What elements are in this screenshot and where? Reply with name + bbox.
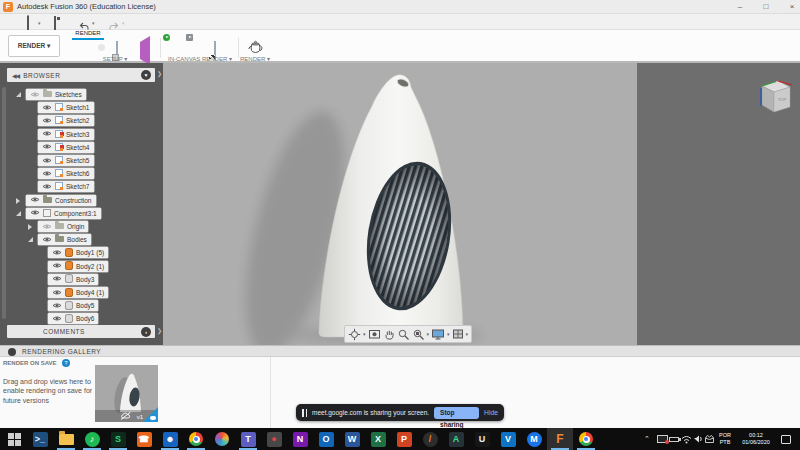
model-body[interactable] (319, 75, 463, 337)
redo-caret-icon[interactable]: ▾ (122, 20, 125, 26)
taskbar-app-android-studio[interactable]: A (443, 428, 469, 450)
comments-chevron-icon[interactable]: ❯ (157, 327, 162, 334)
render-on-save-help-icon[interactable]: ? (62, 359, 70, 367)
browser-node-sketch6[interactable]: Sketch6 (38, 168, 94, 179)
rendering-gallery-bar[interactable]: RENDERING GALLERY (0, 345, 800, 357)
browser-node-sketch5[interactable]: Sketch5 (38, 155, 94, 166)
browser-node-body2-1-[interactable]: Body2 (1) (48, 261, 108, 272)
tray-chevron-icon[interactable]: ⌃ (641, 428, 653, 450)
render-thumbnail[interactable]: v1 (95, 365, 158, 422)
undo-caret-icon[interactable]: ▾ (92, 20, 95, 26)
zoom-icon[interactable] (397, 328, 410, 341)
hide-banner-link[interactable]: Hide (484, 409, 498, 416)
visibility-eye-icon[interactable] (52, 249, 62, 257)
visibility-eye-icon[interactable] (42, 104, 52, 112)
tree-expander-icon[interactable] (16, 211, 21, 216)
browser-node-body3[interactable]: Body3 (48, 274, 98, 285)
visibility-eye-icon[interactable] (52, 302, 62, 310)
tray-language-indicator[interactable]: PORPTB (714, 428, 736, 450)
render-group-label[interactable]: RENDER ▾ (236, 55, 274, 62)
taskbar-app-excel[interactable]: X (365, 428, 391, 450)
taskbar-app-fusion-360[interactable]: F (547, 428, 573, 450)
browser-node-sketch4[interactable]: Sketch4 (38, 142, 94, 153)
tree-expander-icon[interactable] (16, 92, 21, 97)
browser-header-chevron-icon[interactable]: ❯ (157, 70, 162, 77)
taskbar-app-powershell[interactable]: >_ (27, 428, 53, 450)
browser-node-origin[interactable]: Origin (38, 221, 88, 232)
zoom-caret-icon[interactable]: ▾ (427, 331, 430, 337)
taskbar-app-onenote[interactable]: N (287, 428, 313, 450)
browser-node-component3-1[interactable]: Component3:1 (26, 208, 101, 219)
model-render-canvas[interactable] (163, 63, 637, 345)
visibility-eye-icon[interactable] (42, 236, 52, 244)
taskbar-app-unity[interactable]: U (469, 428, 495, 450)
visibility-eye-icon[interactable] (52, 275, 62, 283)
viewport-layout-icon[interactable] (452, 328, 464, 340)
browser-header[interactable]: ◀◀ BROWSER ▼ (7, 68, 155, 82)
browser-node-body4-1-[interactable]: Body4 (1) (48, 287, 108, 298)
maximize-icon[interactable]: □ (756, 0, 776, 14)
visibility-eye-icon[interactable] (42, 183, 52, 191)
visibility-eye-icon[interactable] (42, 117, 52, 125)
browser-node-bodies[interactable]: Bodies (38, 234, 91, 245)
look-at-icon[interactable] (368, 328, 381, 340)
orbit-icon[interactable] (348, 328, 361, 341)
tree-expander-icon[interactable] (28, 237, 33, 242)
browser-node-body1-5-[interactable]: Body1 (5) (48, 247, 108, 258)
visibility-eye-icon[interactable] (52, 289, 62, 297)
visibility-eye-icon[interactable] (52, 315, 62, 323)
minimize-icon[interactable]: – (730, 0, 750, 14)
browser-node-sketch2[interactable]: Sketch2 (38, 115, 94, 126)
zoom-window-icon[interactable] (412, 328, 425, 341)
setup-group-label[interactable]: SETUP ▾ (71, 55, 159, 62)
display-settings-caret-icon[interactable]: ▾ (447, 331, 450, 337)
orbit-caret-icon[interactable]: ▾ (363, 331, 366, 337)
tree-expander-icon[interactable] (16, 198, 20, 204)
visibility-eye-icon[interactable] (42, 170, 52, 178)
visibility-eye-icon[interactable] (30, 91, 40, 99)
view-cube[interactable]: TOP (752, 76, 796, 120)
tree-expander-icon[interactable] (28, 224, 32, 230)
taskbar-app-draw-app[interactable]: / (417, 428, 443, 450)
visibility-eye-icon[interactable] (42, 157, 52, 165)
workspace-selector-button[interactable]: RENDER ▾ (8, 35, 60, 57)
visibility-eye-icon[interactable] (42, 143, 52, 151)
pan-icon[interactable] (383, 328, 395, 340)
taskbar-app-powerpoint[interactable]: P (391, 428, 417, 450)
comments-icon[interactable]: ◖ (141, 327, 151, 337)
browser-node-sketch3[interactable]: Sketch3 (38, 129, 94, 140)
ribbon-tab-render[interactable]: RENDER (70, 30, 106, 36)
browser-node-body5[interactable]: Body5 (48, 300, 98, 311)
display-settings-icon[interactable] (431, 328, 445, 340)
browser-node-sketches[interactable]: Sketches (26, 89, 86, 100)
taskbar-app-file-explorer[interactable] (53, 428, 79, 450)
taskbar-app-vscode[interactable]: V (495, 428, 521, 450)
tray-clock[interactable]: 00:1201/06/2020 (736, 428, 776, 450)
browser-node-construction[interactable]: Construction (26, 195, 96, 206)
stop-sharing-button[interactable]: Stop sharing (434, 407, 479, 419)
taskbar-app-teams[interactable]: T (235, 428, 261, 450)
taskbar-app-outlook[interactable]: O (313, 428, 339, 450)
collapse-panel-icon[interactable]: ◀◀ (12, 72, 19, 79)
viewport-layout-caret-icon[interactable]: ▾ (466, 331, 469, 337)
taskbar-app-pinwheel-app[interactable] (209, 428, 235, 450)
visibility-eye-icon[interactable] (42, 130, 52, 138)
visibility-eye-icon[interactable] (52, 262, 62, 270)
browser-filter-icon[interactable]: ▼ (141, 70, 151, 80)
visibility-eye-icon[interactable] (30, 209, 40, 217)
taskbar-app-chrome[interactable] (183, 428, 209, 450)
taskbar-app-start[interactable] (1, 428, 27, 450)
taskbar-app-badge-app[interactable]: ● (261, 428, 287, 450)
action-center-icon[interactable] (778, 428, 794, 450)
taskbar-app-word[interactable]: W (339, 428, 365, 450)
file-menu-caret-icon[interactable]: ▾ (38, 20, 41, 26)
in-canvas-render-group-label[interactable]: IN-CANVAS RENDER ▾ (160, 55, 240, 62)
taskbar-app-phone-app[interactable]: ☎ (131, 428, 157, 450)
browser-node-body6[interactable]: Body6 (48, 313, 98, 324)
browser-node-sketch1[interactable]: Sketch1 (38, 102, 94, 113)
taskbar-app-voice-app[interactable]: M (521, 428, 547, 450)
comments-bar[interactable]: COMMENTS ◖ (7, 325, 155, 338)
visibility-eye-icon[interactable] (30, 196, 40, 204)
taskbar-app-spotify[interactable]: ♪ (79, 428, 105, 450)
visibility-eye-icon[interactable] (42, 223, 52, 231)
